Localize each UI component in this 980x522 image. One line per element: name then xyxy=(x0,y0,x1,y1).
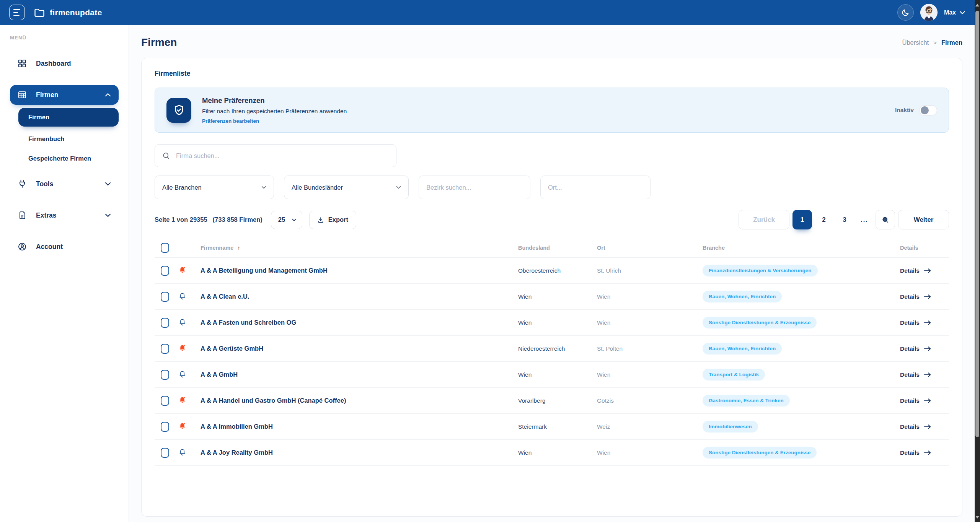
branche-badge[interactable]: Transport & Logistik xyxy=(703,369,765,381)
alert-bell-icon[interactable] xyxy=(178,396,186,405)
column-header-ort[interactable]: Ort xyxy=(597,245,703,251)
scrollbar-thumb[interactable] xyxy=(975,11,979,437)
branche-badge[interactable]: Bauen, Wohnen, Einrichten xyxy=(703,343,782,355)
shield-check-icon xyxy=(166,98,191,123)
column-header-firmenname[interactable]: Firmenname xyxy=(201,245,233,251)
app-title: firmenupdate xyxy=(50,8,102,17)
sidebar-item-tools[interactable]: Tools xyxy=(10,174,119,194)
page-scrollbar[interactable] xyxy=(975,0,980,522)
table-row: A & A GmbH Wien Wien Transport & Logisti… xyxy=(155,362,949,388)
dark-mode-toggle-button[interactable] xyxy=(897,4,914,21)
page-info: Seite 1 von 29355 xyxy=(155,216,207,223)
bell-icon[interactable] xyxy=(178,292,186,301)
branche-badge[interactable]: Gastronomie, Essen & Trinken xyxy=(703,395,790,407)
row-checkbox[interactable] xyxy=(161,422,169,432)
company-name[interactable]: A & A Fasten und Schreiben OG xyxy=(201,319,518,326)
card-title: Firmenliste xyxy=(155,70,949,78)
pagination-next-button[interactable]: Weiter xyxy=(898,210,949,229)
pagination-page-3[interactable]: 3 xyxy=(836,210,853,229)
bell-icon[interactable] xyxy=(178,370,186,379)
company-bundesland: Wien xyxy=(518,371,597,378)
user-menu[interactable]: Max xyxy=(944,9,965,16)
sidebar-subitem-gespeicherte-firmen[interactable]: Gespeicherte Firmen xyxy=(18,149,119,168)
main-content: Firmen Übersicht > Firmen Firmenliste xyxy=(129,25,975,522)
folder-icon xyxy=(34,8,45,17)
sidebar-subitem-firmen[interactable]: Firmen xyxy=(18,108,119,127)
breadcrumb-current: Firmen xyxy=(941,39,962,46)
company-name[interactable]: A & A Beteiligung und Management GmbH xyxy=(201,267,518,274)
preferences-panel: Meine Präferenzen Filter nach Ihren gesp… xyxy=(155,88,949,133)
row-checkbox[interactable] xyxy=(161,266,169,276)
row-checkbox[interactable] xyxy=(161,292,169,302)
company-name[interactable]: A & A Joy Reality GmbH xyxy=(201,449,518,456)
company-bundesland: Oberoesterreich xyxy=(518,267,597,274)
company-count: (733 858 Firmen) xyxy=(213,216,263,223)
preferences-toggle[interactable] xyxy=(919,105,937,115)
sidebar-item-label: Account xyxy=(36,243,63,251)
row-checkbox[interactable] xyxy=(161,318,169,328)
user-avatar[interactable] xyxy=(920,4,938,21)
chevron-down-icon xyxy=(292,218,297,221)
brand[interactable]: firmenupdate xyxy=(34,8,102,17)
sidebar-item-dashboard[interactable]: Dashboard xyxy=(10,54,119,73)
city-filter-input[interactable]: Ort... xyxy=(540,176,651,199)
company-ort: Wien xyxy=(597,371,703,378)
sidebar-item-label: Dashboard xyxy=(36,60,71,68)
details-link[interactable]: Details xyxy=(900,423,949,430)
details-link[interactable]: Details xyxy=(900,397,949,404)
breadcrumb-parent[interactable]: Übersicht xyxy=(902,39,929,46)
sort-ascending-icon[interactable]: ↑ xyxy=(237,244,240,251)
pagination-search-button[interactable] xyxy=(876,210,895,229)
details-link[interactable]: Details xyxy=(900,345,949,352)
alert-bell-icon[interactable] xyxy=(178,422,186,431)
state-filter-select[interactable]: Alle Bundesländer xyxy=(284,176,409,199)
preferences-edit-link[interactable]: Präferenzen bearbeiten xyxy=(202,118,347,124)
details-link[interactable]: Details xyxy=(900,319,949,326)
row-checkbox[interactable] xyxy=(161,370,169,380)
breadcrumb: Übersicht > Firmen xyxy=(902,39,962,46)
company-bundesland: Vorarlberg xyxy=(518,397,597,404)
details-link[interactable]: Details xyxy=(900,449,949,456)
branche-badge[interactable]: Sonstige Dienstleistungen & Erzeugnisse xyxy=(703,447,817,459)
company-name[interactable]: A & A Clean e.U. xyxy=(201,293,518,300)
branch-filter-select[interactable]: Alle Branchen xyxy=(155,176,274,199)
preferences-toggle-label: Inaktiv xyxy=(895,107,914,114)
column-header-bundesland[interactable]: Bundesland xyxy=(518,245,597,251)
menu-toggle-button[interactable] xyxy=(9,5,25,20)
company-name[interactable]: A & A Immobilien GmbH xyxy=(201,423,518,430)
details-label: Details xyxy=(900,397,920,404)
sidebar-item-firmen[interactable]: Firmen xyxy=(10,85,119,105)
pagination-page-2[interactable]: 2 xyxy=(815,210,833,229)
row-checkbox[interactable] xyxy=(161,344,169,354)
sidebar-item-extras[interactable]: Extras xyxy=(10,205,119,225)
branche-badge[interactable]: Immobilienwesen xyxy=(703,421,758,433)
branche-badge[interactable]: Finanzdienstleistungen & Versicherungen xyxy=(703,265,818,276)
details-label: Details xyxy=(900,449,920,456)
page-size-select[interactable]: 25 xyxy=(271,211,302,229)
scrollbar-up-arrow[interactable] xyxy=(975,1,980,9)
row-checkbox[interactable] xyxy=(161,396,169,406)
company-name[interactable]: A & A Gerüste GmbH xyxy=(201,345,518,352)
district-filter-input[interactable]: Bezirk suchen... xyxy=(419,176,530,199)
bell-icon[interactable] xyxy=(178,448,186,457)
export-button[interactable]: Export xyxy=(309,211,356,229)
branche-badge[interactable]: Bauen, Wohnen, Einrichten xyxy=(703,291,782,302)
row-checkbox[interactable] xyxy=(161,448,169,458)
branche-badge[interactable]: Sonstige Dienstleistungen & Erzeugnisse xyxy=(703,317,817,328)
pagination-page-1[interactable]: 1 xyxy=(792,210,812,229)
company-search-input[interactable] xyxy=(176,152,389,159)
column-header-branche[interactable]: Branche xyxy=(703,245,900,251)
alert-bell-icon[interactable] xyxy=(178,344,186,353)
details-link[interactable]: Details xyxy=(900,293,949,300)
select-all-checkbox[interactable] xyxy=(161,243,169,253)
details-link[interactable]: Details xyxy=(900,371,949,378)
alert-bell-icon[interactable] xyxy=(178,266,186,275)
scrollbar-down-arrow[interactable] xyxy=(975,513,980,521)
pagination-prev-button[interactable]: Zurück xyxy=(739,210,789,229)
details-link[interactable]: Details xyxy=(900,267,949,274)
company-name[interactable]: A & A Handel und Gastro GmbH (Canapé Cof… xyxy=(201,397,518,404)
bell-icon[interactable] xyxy=(178,318,186,327)
sidebar-item-account[interactable]: Account xyxy=(10,237,119,257)
company-name[interactable]: A & A GmbH xyxy=(201,371,518,378)
sidebar-subitem-firmenbuch[interactable]: Firmenbuch xyxy=(18,130,119,148)
